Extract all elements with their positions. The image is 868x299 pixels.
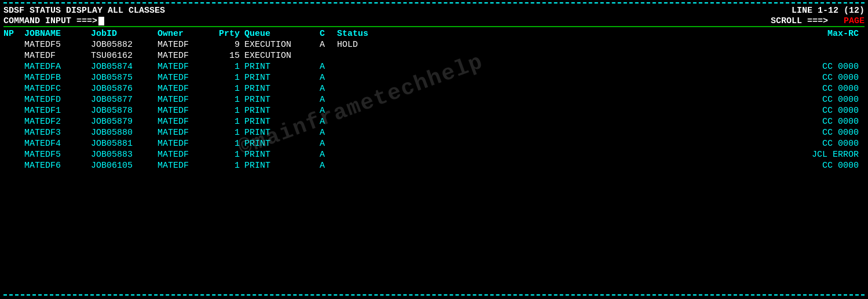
cell-jobname: MATEDFC bbox=[24, 84, 91, 94]
cell-owner: MATEDF bbox=[158, 117, 213, 127]
cell-status bbox=[337, 84, 540, 94]
cell-queue: PRINT bbox=[244, 95, 320, 105]
cell-queue: PRINT bbox=[244, 139, 320, 149]
cell-c: A bbox=[320, 84, 337, 94]
cell-c: A bbox=[320, 128, 337, 138]
cell-owner: MATEDF bbox=[158, 73, 213, 83]
command-input-area: COMMAND INPUT ===> bbox=[3, 16, 104, 26]
cell-prty: 1 bbox=[213, 84, 244, 94]
cell-np bbox=[3, 84, 24, 94]
cell-owner: MATEDF bbox=[158, 40, 213, 50]
table-row: MATEDFB JOB05875 MATEDF 1 PRINT A CC 000… bbox=[3, 72, 865, 83]
col-header-jobid: JobID bbox=[91, 29, 158, 39]
bottom-border bbox=[3, 294, 865, 296]
cell-status bbox=[337, 106, 540, 116]
table-row: MATEDF TSU06162 MATEDF 15 EXECUTION bbox=[3, 50, 865, 61]
table-row: MATEDF5 JOB05882 MATEDF 9 EXECUTION A HO… bbox=[3, 39, 865, 50]
cell-jobid: JOB05878 bbox=[91, 106, 158, 116]
cell-prty: 1 bbox=[213, 128, 244, 138]
cell-maxrc: CC 0000 bbox=[540, 139, 865, 149]
scroll-area: SCROLL ===> PAGE bbox=[771, 16, 865, 26]
cell-c bbox=[320, 51, 337, 61]
cell-np bbox=[3, 51, 24, 61]
cell-owner: MATEDF bbox=[158, 62, 213, 72]
cell-maxrc: CC 0000 bbox=[540, 62, 865, 72]
cell-maxrc: CC 0000 bbox=[540, 117, 865, 127]
cell-maxrc: CC 0000 bbox=[540, 128, 865, 138]
cell-prty: 1 bbox=[213, 62, 244, 72]
table-row: MATEDF1 JOB05878 MATEDF 1 PRINT A CC 000… bbox=[3, 105, 865, 116]
cell-np bbox=[3, 40, 24, 50]
cell-jobid: JOB05882 bbox=[91, 40, 158, 50]
cell-status bbox=[337, 51, 540, 61]
cell-jobid: JOB06105 bbox=[91, 161, 158, 171]
cell-queue: EXECUTION bbox=[244, 40, 320, 50]
cell-prty: 1 bbox=[213, 139, 244, 149]
col-header-jobname: JOBNAME bbox=[24, 29, 91, 39]
cell-prty: 9 bbox=[213, 40, 244, 50]
col-header-status: Status bbox=[337, 29, 540, 39]
cell-status: HOLD bbox=[337, 40, 540, 50]
cell-owner: MATEDF bbox=[158, 51, 213, 61]
cell-c: A bbox=[320, 117, 337, 127]
cell-queue: PRINT bbox=[244, 117, 320, 127]
cell-np bbox=[3, 150, 24, 160]
cell-prty: 15 bbox=[213, 51, 244, 61]
cell-jobid: JOB05880 bbox=[91, 128, 158, 138]
table-row: MATEDFD JOB05877 MATEDF 1 PRINT A CC 000… bbox=[3, 94, 865, 105]
cell-jobname: MATEDFD bbox=[24, 95, 91, 105]
cell-jobid: JOB05883 bbox=[91, 150, 158, 160]
cell-queue: PRINT bbox=[244, 84, 320, 94]
cell-jobid: JOB05874 bbox=[91, 62, 158, 72]
divider bbox=[3, 26, 865, 27]
terminal-screen: SDSF STATUS DISPLAY ALL CLASSES LINE 1-1… bbox=[0, 0, 868, 299]
cell-status bbox=[337, 139, 540, 149]
cell-status bbox=[337, 150, 540, 160]
cell-jobid: JOB05876 bbox=[91, 84, 158, 94]
header-line1: SDSF STATUS DISPLAY ALL CLASSES LINE 1-1… bbox=[3, 6, 865, 16]
cell-jobname: MATEDF3 bbox=[24, 128, 91, 138]
cell-maxrc: CC 0000 bbox=[540, 161, 865, 171]
cell-prty: 1 bbox=[213, 150, 244, 160]
cell-status bbox=[337, 128, 540, 138]
cell-maxrc bbox=[540, 51, 865, 61]
cell-status bbox=[337, 95, 540, 105]
cell-jobid: JOB05879 bbox=[91, 117, 158, 127]
cell-owner: MATEDF bbox=[158, 150, 213, 160]
cell-c: A bbox=[320, 62, 337, 72]
cell-queue: PRINT bbox=[244, 161, 320, 171]
cell-jobid: JOB05875 bbox=[91, 73, 158, 83]
cell-owner: MATEDF bbox=[158, 161, 213, 171]
cell-c: A bbox=[320, 95, 337, 105]
cell-maxrc: JCL ERROR bbox=[540, 150, 865, 160]
col-header-np: NP bbox=[3, 29, 24, 39]
cell-prty: 1 bbox=[213, 117, 244, 127]
title-text: SDSF STATUS DISPLAY ALL CLASSES bbox=[3, 6, 165, 16]
cell-status bbox=[337, 161, 540, 171]
cell-maxrc bbox=[540, 40, 865, 50]
cell-queue: PRINT bbox=[244, 73, 320, 83]
cell-np bbox=[3, 62, 24, 72]
cell-np bbox=[3, 139, 24, 149]
table-row: MATEDF5 JOB05883 MATEDF 1 PRINT A JCL ER… bbox=[3, 149, 865, 160]
cell-np bbox=[3, 95, 24, 105]
cell-jobname: MATEDF4 bbox=[24, 139, 91, 149]
cell-c: A bbox=[320, 150, 337, 160]
cell-queue: PRINT bbox=[244, 128, 320, 138]
table-row: MATEDFA JOB05874 MATEDF 1 PRINT A CC 000… bbox=[3, 61, 865, 72]
cell-queue: EXECUTION bbox=[244, 51, 320, 61]
cell-queue: PRINT bbox=[244, 106, 320, 116]
cell-jobname: MATEDF5 bbox=[24, 40, 91, 50]
scroll-value: PAGE bbox=[844, 16, 865, 26]
cell-prty: 1 bbox=[213, 161, 244, 171]
cell-owner: MATEDF bbox=[158, 84, 213, 94]
cell-maxrc: CC 0000 bbox=[540, 84, 865, 94]
col-header-owner: Owner bbox=[158, 29, 213, 39]
cell-queue: PRINT bbox=[244, 62, 320, 72]
table-row: MATEDFC JOB05876 MATEDF 1 PRINT A CC 000… bbox=[3, 83, 865, 94]
cell-owner: MATEDF bbox=[158, 106, 213, 116]
cell-jobname: MATEDF5 bbox=[24, 150, 91, 160]
col-header-c: C bbox=[320, 29, 337, 39]
cell-jobname: MATEDF2 bbox=[24, 117, 91, 127]
header-line2: COMMAND INPUT ===> SCROLL ===> PAGE bbox=[3, 16, 865, 26]
